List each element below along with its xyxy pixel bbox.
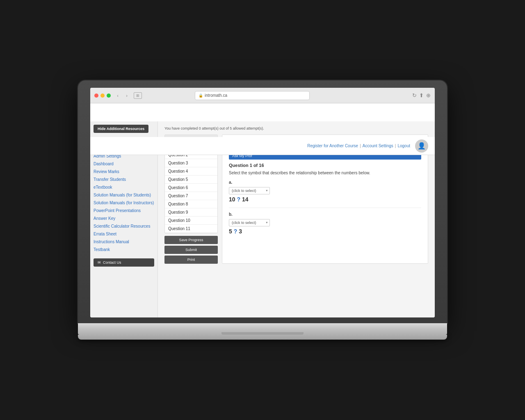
sidebar-item-transfer[interactable]: Transfer Students bbox=[94, 176, 154, 183]
laptop-foot bbox=[78, 335, 447, 340]
question-item-8[interactable]: Question 8 bbox=[165, 200, 217, 208]
sidebar-item-review[interactable]: Review Marks bbox=[94, 168, 154, 176]
browser-chrome: ‹ › ⊞ 🔒 intromath.ca ↻ ⬆ ⊕ bbox=[90, 88, 435, 103]
print-button[interactable]: Print bbox=[164, 256, 218, 264]
question-mark-b: ? bbox=[234, 228, 237, 235]
answer-a-select[interactable]: (click to select) < > = ≤ ≥ bbox=[229, 187, 270, 194]
close-dot[interactable] bbox=[94, 94, 98, 98]
browser-nav: ‹ › bbox=[114, 92, 130, 99]
attempts-text: You have completed 0 attempt(s) out of 5… bbox=[164, 126, 428, 130]
share-button[interactable]: ⬆ bbox=[419, 92, 424, 98]
sidebar-item-calculator[interactable]: Scientific Calculator Resources bbox=[94, 222, 154, 230]
select-container-a: (click to select) < > = ≤ ≥ ▼ bbox=[229, 186, 270, 194]
question-item-10[interactable]: Question 10 bbox=[165, 217, 217, 225]
question-item-7[interactable]: Question 7 bbox=[165, 192, 217, 200]
sidebar-item-errata[interactable]: Errata Sheet bbox=[94, 230, 154, 238]
sidebar-nav: Lessons & Labs Admin Settings Dashboard … bbox=[90, 144, 158, 253]
screen-bezel: ‹ › ⊞ 🔒 intromath.ca ↻ ⬆ ⊕ bbox=[78, 80, 447, 323]
reload-button[interactable]: ↻ bbox=[412, 92, 417, 98]
address-bar[interactable]: 🔒 intromath.ca bbox=[195, 91, 310, 100]
action-buttons: Save Progress Submit Print bbox=[164, 236, 218, 264]
laptop-screen: ‹ › ⊞ 🔒 intromath.ca ↻ ⬆ ⊕ bbox=[90, 88, 435, 317]
back-button[interactable]: ‹ bbox=[114, 92, 121, 99]
sidebar-item-dashboard[interactable]: Dashboard bbox=[94, 160, 154, 168]
hide-resources-button[interactable]: Hide Additional Resources bbox=[94, 125, 148, 133]
sidebar-item-answer-key[interactable]: Answer Key bbox=[94, 215, 154, 222]
question-title: Question 1 of 16 bbox=[229, 163, 421, 168]
tab-button[interactable]: ⊞ bbox=[134, 92, 142, 99]
question-item-3[interactable]: Question 3 bbox=[165, 159, 217, 167]
sidebar-item-etextbook[interactable]: eTextbook bbox=[94, 183, 154, 191]
answer-b-label: b. bbox=[229, 212, 421, 217]
separator-1: | bbox=[360, 144, 361, 148]
question-item-5[interactable]: Question 5 bbox=[165, 176, 217, 184]
submit-button[interactable]: Submit bbox=[164, 246, 218, 254]
browser-actions: ↻ ⬆ ⊕ bbox=[412, 92, 431, 98]
question-instruction: Select the symbol that describes the rel… bbox=[229, 170, 421, 176]
contact-button[interactable]: ✉ Contact Us bbox=[94, 258, 154, 267]
url-text: intromath.ca bbox=[205, 93, 227, 98]
separator-2: | bbox=[395, 144, 396, 148]
sidebar-item-powerpoint[interactable]: PowerPoint Presentations bbox=[94, 207, 154, 215]
question-item-11[interactable]: Question 11 bbox=[165, 225, 217, 233]
laptop-base bbox=[78, 323, 447, 335]
forward-button[interactable]: › bbox=[123, 92, 130, 99]
email-icon: ✉ bbox=[98, 260, 101, 265]
answer-a-label: a. bbox=[229, 180, 421, 185]
answer-section-a: a. (click to select) < > = ≤ bbox=[229, 180, 421, 203]
sidebar-item-instructions[interactable]: Instructions Manual bbox=[94, 238, 154, 246]
bookmark-button[interactable]: ⊕ bbox=[426, 92, 431, 98]
page-area: Register for Another Course | Account Se… bbox=[90, 121, 435, 317]
contact-label: Contact Us bbox=[103, 260, 121, 265]
account-link[interactable]: Account Settings bbox=[363, 144, 393, 148]
avatar[interactable]: 👤 bbox=[415, 139, 428, 153]
sidebar-item-solution-students[interactable]: Solution Manuals (for Students) bbox=[94, 191, 154, 199]
sidebar-item-solution-instructors[interactable]: Solution Manuals (for Instructors) bbox=[94, 199, 154, 207]
save-progress-button[interactable]: Save Progress bbox=[164, 236, 218, 244]
lock-icon: 🔒 bbox=[199, 94, 203, 98]
answer-b-expression: 5 ? 3 bbox=[229, 228, 421, 235]
question-item-4[interactable]: Question 4 bbox=[165, 167, 217, 176]
question-item-9[interactable]: Question 9 bbox=[165, 208, 217, 217]
answer-b-select[interactable]: (click to select) < > = ≤ ≥ bbox=[229, 219, 270, 226]
register-link[interactable]: Register for Another Course bbox=[307, 144, 358, 148]
sidebar-item-testbank[interactable]: Testbank bbox=[94, 246, 154, 253]
browser-dots bbox=[94, 94, 111, 98]
question-mark-a: ? bbox=[237, 196, 240, 203]
separator bbox=[229, 208, 421, 208]
minimize-dot[interactable] bbox=[100, 94, 105, 98]
top-bar-links: Register for Another Course | Account Se… bbox=[307, 144, 410, 148]
maximize-dot[interactable] bbox=[107, 94, 111, 98]
question-list: Question 1 Question 2 Question 3 Questio… bbox=[165, 143, 217, 233]
laptop-wrapper: ‹ › ⊞ 🔒 intromath.ca ↻ ⬆ ⊕ bbox=[78, 80, 447, 340]
question-item-6[interactable]: Question 6 bbox=[165, 184, 217, 192]
logout-link[interactable]: Logout bbox=[397, 144, 410, 148]
answer-a-expression: 10 ? 14 bbox=[229, 196, 421, 203]
top-bar: Register for Another Course | Account Se… bbox=[90, 137, 435, 155]
select-container-b: (click to select) < > = ≤ ≥ ▼ bbox=[229, 218, 270, 226]
answer-section-b: b. (click to select) < > = ≤ bbox=[229, 212, 421, 235]
